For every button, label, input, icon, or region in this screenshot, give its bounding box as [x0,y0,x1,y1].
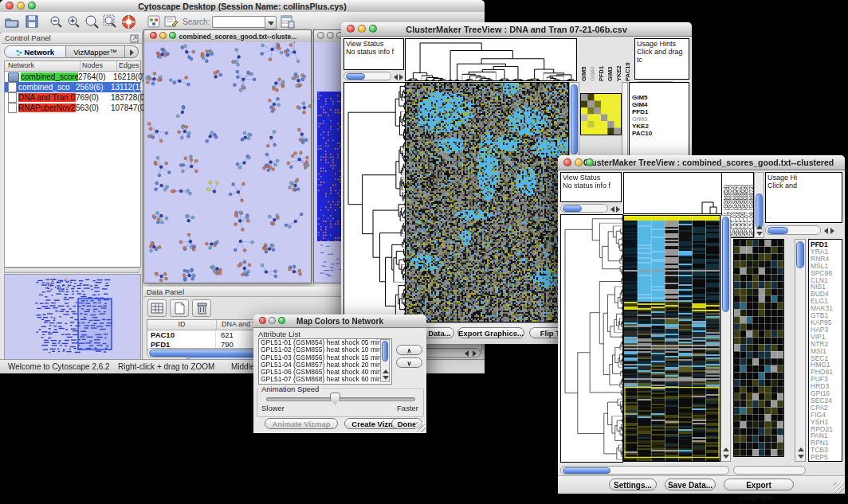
tv2-zoom-vscrollbar[interactable] [795,239,806,462]
network-list-row[interactable]: RNAPuberNov2+|563(0)107847(0) [5,103,140,113]
scroll-right-icon[interactable] [830,228,834,234]
tab-vizmapper[interactable]: VizMapper™ [66,45,125,58]
export-graphics-button[interactable]: Export Graphics... [457,327,524,338]
scroll-up-icon[interactable] [723,447,729,451]
zoom-fit-icon[interactable] [103,14,118,29]
scroll-right-icon[interactable] [616,206,620,213]
scroll-left-icon[interactable] [610,206,614,213]
scrollbar-thumb[interactable] [382,341,388,361]
scrollbar-thumb[interactable] [563,205,582,212]
scroll-left-icon[interactable] [465,350,469,357]
minimize-button[interactable] [159,32,167,39]
tv2-heatmap-vscrollbar[interactable] [720,215,731,462]
tv1-gene-label[interactable]: GIM5 [632,94,689,101]
scroll-down-icon[interactable] [723,455,729,459]
move-down-button[interactable]: ∨ [396,357,422,368]
tv2-gene-label[interactable]: MON2 [811,461,842,462]
network-canvas[interactable] [144,42,311,283]
zoom-button[interactable] [169,32,176,39]
tv1-gene-label[interactable]: YKE2 [632,123,689,130]
scroll-right-icon[interactable] [473,350,477,357]
scrollbar-thumb[interactable] [346,73,365,80]
search-dropdown-button[interactable] [265,16,277,29]
resize-grip[interactable] [415,422,426,432]
tv1-gene-label[interactable]: PFD1 [632,108,689,115]
zoom-selected-icon[interactable] [84,14,100,29]
table-report-icon[interactable] [281,14,295,29]
minimize-button[interactable] [575,158,583,166]
tv2-zoom-heatmap[interactable] [733,239,784,457]
scroll-down-icon[interactable] [383,376,389,380]
col-network[interactable]: Network [5,61,80,71]
close-button[interactable] [563,158,571,166]
scroll-left-icon[interactable] [824,228,828,234]
tv1-status-hscrollbar[interactable] [344,72,391,80]
delete-attribute-button[interactable] [192,299,211,317]
tv2-status-hscrollbar[interactable] [560,204,608,213]
scroll-down-icon[interactable] [798,455,804,459]
col-edges[interactable]: Edges [117,61,140,71]
tv1-column-dendrogram[interactable] [405,38,577,81]
attribute-list-item[interactable]: GPL51-07 (GSM868) heat shock 60 min [259,376,391,383]
scroll-up-icon[interactable] [756,225,763,229]
network-list-row[interactable]: combined_sco2569(6)13112(15) [5,82,140,92]
dialog-titlebar[interactable]: Map Colors to Network [253,315,426,328]
tv2-labels-vscrollbar[interactable] [754,172,764,238]
zoom-out-icon[interactable] [49,15,63,29]
zoom-in-icon[interactable] [67,15,80,29]
tv2-row-dendrogram[interactable] [560,214,623,463]
scrollbar-thumb[interactable] [768,227,788,234]
scrollbar-thumb[interactable] [796,241,804,268]
tv1-gene-label[interactable]: GIM3 [632,115,689,123]
zoom-button[interactable] [369,25,377,33]
close-button[interactable] [259,317,266,324]
close-button[interactable] [317,32,324,39]
save-data-button[interactable]: Save Data... [665,479,716,490]
scrollbar-thumb[interactable] [571,84,578,154]
tv2-hints-hscrollbar[interactable] [765,225,821,235]
tv2-column-dendrogram[interactable] [623,172,722,214]
close-button[interactable] [6,2,14,10]
close-button[interactable] [347,25,355,33]
minimize-button[interactable] [358,25,366,33]
animation-slider-track[interactable] [266,397,415,401]
tv2-bottom-hscrollbar[interactable] [560,466,729,475]
network-view-titlebar[interactable]: combined_scores_good.txt--cluste... [144,30,311,43]
col-nodes[interactable]: Nodes [80,61,117,71]
annotation-icon[interactable] [164,15,179,28]
search-input[interactable] [212,16,266,28]
zoom-button[interactable] [278,317,285,324]
open-folder-icon[interactable] [5,15,19,28]
close-button[interactable] [150,32,157,39]
network-overview-canvas[interactable] [4,274,141,360]
network-list-row[interactable]: combined_scores2764(0)16218(0) [5,72,140,82]
scroll-down-icon[interactable] [756,232,763,236]
panel-splitter[interactable] [4,268,139,273]
col-id[interactable]: ID [147,320,217,330]
move-up-button[interactable]: ∧ [396,345,422,355]
attribute-list-vscrollbar[interactable] [380,339,390,382]
scroll-up-icon[interactable] [383,369,389,373]
animate-vizmap-button[interactable]: Animate Vizmap [265,418,338,429]
table-mode-button[interactable] [147,299,167,317]
tv1-zoom-heatmap[interactable] [580,93,622,135]
save-icon[interactable] [26,15,38,28]
main-titlebar[interactable]: Cytoscape Desktop (Session Name: collins… [0,0,485,13]
resize-grip[interactable] [834,483,844,493]
scroll-up-icon[interactable] [798,447,804,451]
minimize-button[interactable] [327,32,334,39]
tv2-heatmap[interactable] [623,215,720,462]
tv1-heatmap[interactable] [405,82,569,322]
export-graphics-button[interactable]: Export Graphics... [724,479,794,490]
scroll-right-icon[interactable] [399,74,403,80]
minimize-button[interactable] [17,2,25,10]
zoom-button[interactable] [586,158,594,166]
float-panel-icon[interactable] [130,34,139,43]
treeview1-titlebar[interactable]: ClusterMaker TreeView : DNA and Tran 07-… [341,22,692,37]
tab-overflow-button[interactable] [125,45,139,58]
tv2-zoom-hscrollbar[interactable] [733,466,806,475]
tv1-gene-label[interactable]: PAC10 [632,130,689,137]
tab-network[interactable]: Network [4,45,66,58]
scrollbar-thumb[interactable] [756,193,763,229]
treeview2-titlebar[interactable]: ClusterMaker TreeView : combined_scores_… [558,155,845,170]
